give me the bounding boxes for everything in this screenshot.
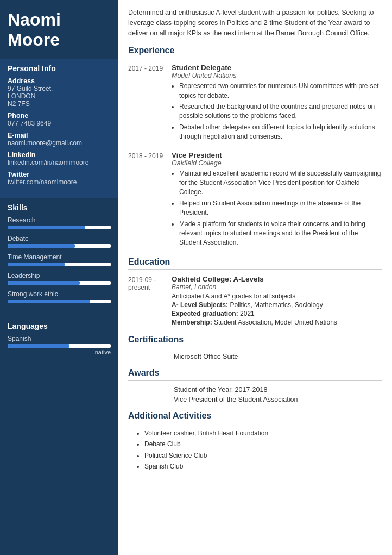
certifications-title: Certifications	[128, 335, 382, 347]
award-item: Student of the Year, 2017-2018	[174, 386, 382, 394]
skill-bar-bg	[8, 244, 111, 248]
main-content: Determined and enthusiastic A-level stud…	[118, 0, 392, 555]
activities-title: Additional Activities	[128, 411, 382, 423]
bullet-item: Debated other delegates on different top…	[179, 123, 382, 142]
resume-container: NaomiMoore Personal Info Address 97 Guil…	[0, 0, 392, 555]
personal-info-title: Personal Info	[8, 64, 111, 73]
awards-list: Student of the Year, 2017-2018Vice Presi…	[128, 386, 382, 403]
twitter-label: Twitter	[8, 171, 111, 178]
education-list: 2019-09 - present Oakfield College: A-Le…	[128, 275, 382, 327]
awards-title: Awards	[128, 368, 382, 381]
edu-date: 2019-09 - present	[128, 275, 172, 327]
language-bar-fill	[8, 344, 69, 348]
languages-section: Languages Spanish native	[0, 316, 118, 366]
edu-content: Oakfield College: A-Levels Barnet, Londo…	[172, 275, 382, 327]
sidebar: NaomiMoore Personal Info Address 97 Guil…	[0, 0, 118, 555]
skill-name: Time Management	[8, 253, 111, 261]
education-title: Education	[128, 257, 382, 270]
skill-bar-bg	[8, 281, 111, 285]
language-name: Spanish	[8, 335, 111, 342]
skill-bar-bg	[8, 263, 111, 266]
linkedin-label: LinkedIn	[8, 151, 111, 159]
bullet-item: Researched the background of the countri…	[179, 102, 382, 121]
activities-list: Volunteer cashier, British Heart Foundat…	[128, 429, 382, 472]
activity-item: Volunteer cashier, British Heart Foundat…	[144, 429, 382, 438]
edu-line: Anticipated A and A* grades for all subj…	[172, 292, 382, 300]
candidate-name: NaomiMoore	[8, 10, 111, 50]
edu-bold: Membership:	[172, 319, 214, 326]
edu-title: Oakfield College: A-Levels	[172, 275, 382, 283]
exp-bullets: Maintained excellent academic record whi…	[172, 169, 382, 248]
email-block: E-mail naomi.moore@gmail.com	[8, 132, 111, 147]
experience-list: 2017 - 2019 Student Delegate Model Unite…	[128, 64, 382, 249]
skills-list: Research Debate Time Management Leadersh…	[8, 216, 111, 303]
activity-item: Spanish Club	[144, 462, 382, 471]
bullet-item: Represented two countries for numerous U…	[179, 82, 382, 101]
experience-entry: 2018 - 2019 Vice President Oakfield Coll…	[128, 151, 382, 250]
address-block: Address 97 Guild Street, LONDON N2 7FS	[8, 77, 111, 108]
skill-bar-fill	[8, 281, 80, 285]
edu-bold: A- Level Subjects:	[172, 301, 230, 309]
language-item: Spanish native	[8, 335, 111, 356]
exp-date: 2017 - 2019	[128, 64, 172, 143]
exp-org: Model United Nations	[172, 72, 382, 79]
phone-value: 077 7483 9649	[8, 120, 111, 127]
edu-line: Expected graduation: 2021	[172, 310, 382, 317]
skill-item: Strong work ethic	[8, 290, 111, 303]
twitter-value: twitter.com/naomimoore	[8, 178, 111, 186]
email-value: naomi.moore@gmail.com	[8, 139, 111, 147]
languages-list: Spanish native	[8, 335, 111, 356]
twitter-block: Twitter twitter.com/naomimoore	[8, 171, 111, 186]
certification-item: Microsoft Office Suite	[174, 353, 382, 360]
address-line3: N2 7FS	[8, 100, 111, 108]
certifications-section: Certifications Microsoft Office Suite	[128, 335, 382, 360]
linkedin-block: LinkedIn linkedin.com/in/naomimoore	[8, 151, 111, 166]
skill-bar-bg	[8, 300, 111, 303]
address-line1: 97 Guild Street,	[8, 85, 111, 92]
languages-title: Languages	[8, 322, 111, 330]
bullet-item: Made a platform for students to voice th…	[179, 220, 382, 248]
email-label: E-mail	[8, 132, 111, 139]
skill-item: Research	[8, 216, 111, 229]
skills-title: Skills	[8, 203, 111, 212]
edu-line: Membership: Student Association, Model U…	[172, 319, 382, 326]
skill-bar-fill	[8, 226, 85, 229]
skill-bar-bg	[8, 226, 111, 229]
address-line2: LONDON	[8, 92, 111, 100]
exp-content: Vice President Oakfield College Maintain…	[172, 151, 382, 250]
language-level: native	[8, 349, 111, 356]
activity-item: Debate Club	[144, 440, 382, 449]
activity-item: Political Science Club	[144, 451, 382, 460]
skill-bar-fill	[8, 300, 90, 303]
exp-org: Oakfield College	[172, 159, 382, 167]
experience-section: Experience 2017 - 2019 Student Delegate …	[128, 46, 382, 249]
skill-name: Research	[8, 216, 111, 224]
linkedin-value: linkedin.com/in/naomimoore	[8, 159, 111, 166]
phone-label: Phone	[8, 112, 111, 120]
bullet-item: Maintained excellent academic record whi…	[179, 169, 382, 197]
skill-name: Debate	[8, 235, 111, 242]
skill-item: Leadership	[8, 272, 111, 285]
language-bar-bg	[8, 344, 111, 348]
exp-title: Vice President	[172, 151, 382, 159]
education-section: Education 2019-09 - present Oakfield Col…	[128, 257, 382, 327]
skill-bar-fill	[8, 244, 75, 248]
award-item: Vice President of the Student Associatio…	[174, 396, 382, 403]
address-label: Address	[8, 77, 111, 85]
edu-line: A- Level Subjects: Politics, Mathematics…	[172, 301, 382, 309]
skill-name: Strong work ethic	[8, 290, 111, 298]
skill-bar-fill	[8, 263, 65, 266]
exp-content: Student Delegate Model United Nations Re…	[172, 64, 382, 143]
activities-section: Additional Activities Volunteer cashier,…	[128, 411, 382, 472]
skills-section: Skills Research Debate Time Management L…	[0, 198, 118, 316]
experience-title: Experience	[128, 46, 382, 58]
exp-bullets: Represented two countries for numerous U…	[172, 82, 382, 141]
personal-info-section: Personal Info Address 97 Guild Street, L…	[0, 59, 118, 198]
awards-section: Awards Student of the Year, 2017-2018Vic…	[128, 368, 382, 403]
exp-title: Student Delegate	[172, 64, 382, 72]
bullet-item: Helped run Student Association meetings …	[179, 199, 382, 218]
phone-block: Phone 077 7483 9649	[8, 112, 111, 127]
edu-org: Barnet, London	[172, 283, 382, 291]
experience-entry: 2017 - 2019 Student Delegate Model Unite…	[128, 64, 382, 143]
name-block: NaomiMoore	[0, 0, 118, 59]
